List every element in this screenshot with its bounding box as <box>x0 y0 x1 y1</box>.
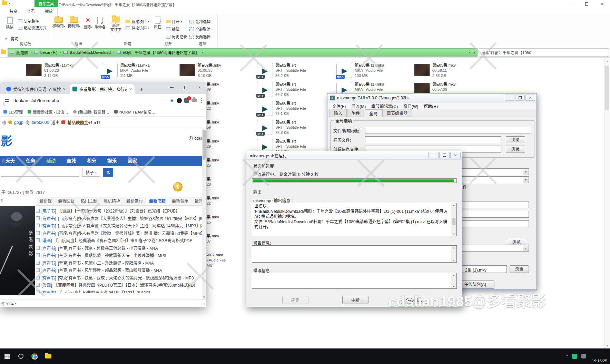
thread-row[interactable]: [有声书][百度/夸克]多人有声剧《大景巡夜人》主播：姣姣谷&顾辰 1512集完… <box>36 215 202 222</box>
menu-item[interactable]: 文件(F) <box>329 103 348 109</box>
file-item[interactable]: SRT第E04集.srtSRT - Subtitle File69.7 KB <box>257 82 331 101</box>
easy-access-button[interactable]: 轻松访问▾ <box>126 25 149 31</box>
thread-row[interactable]: [有声书][百度/夸克]多人有声剧《农女福妃名动天下》主播：阿琪达 1458集完… <box>36 222 202 229</box>
properties-button[interactable]: 属性 <box>150 17 165 29</box>
maximize-button[interactable] <box>579 0 594 8</box>
scrollbar[interactable]: ▲▼ <box>451 273 456 288</box>
scrollbar[interactable]: ▲▼ <box>451 246 456 262</box>
clock[interactable]: 19:15:25 <box>592 359 607 363</box>
thread-row[interactable]: [有声书][夸克]有声书 - 梵露 - 超级兵王俏总裁 - 小刀演播 - M4A <box>36 244 202 252</box>
tray-chevron-icon[interactable]: ^ <box>566 354 568 358</box>
breadcrumb-item[interactable]: 此电脑› <box>10 50 34 55</box>
breadcrumb-item[interactable]: BaiduNetdiskDownload› <box>63 50 117 55</box>
forum-tab[interactable]: 最新素材 <box>123 197 146 205</box>
thread-row[interactable]: [有声书][夸克]有声书 - 枫落忆痕 - 神武翼苍天决 - 小贱贱演播 - M… <box>36 252 202 259</box>
ribbon-tab[interactable]: 共享 <box>5 8 22 14</box>
mkvmerge-tab[interactable]: 附件 <box>347 109 364 117</box>
thread-tag[interactable]: [有声书] <box>41 252 56 258</box>
promo-image[interactable]: 多看聚影 <box>0 206 35 295</box>
start-button[interactable] <box>0 348 14 364</box>
extension-icon[interactable] <box>177 98 182 103</box>
maximize-button[interactable] <box>515 95 525 101</box>
select-none-button[interactable]: 全部取消 <box>189 26 210 32</box>
chevron-down-icon[interactable]: ▾ <box>15 302 16 305</box>
rename-button[interactable]: 重命名 <box>94 17 106 29</box>
taskbar-chrome[interactable] <box>28 348 41 364</box>
move-to-button[interactable]: → 移动到▾ <box>51 17 66 29</box>
file-item[interactable]: SRT第E02集.srtSRT - Subtitle File36.2 KB <box>257 63 331 82</box>
thread-title[interactable]: [百度/夸克]多人有声剧《农女福妃名动天下》主播：阿琪达 1458集完【MP3】… <box>58 223 202 228</box>
forum-nav-item[interactable]: 积分 <box>81 156 102 166</box>
breadcrumb-item[interactable]: 韩剧：千年之爱【1080高清韩语外挂字幕】› <box>117 50 205 55</box>
thread-tag[interactable]: [有声书] <box>41 215 56 221</box>
file-title-input[interactable] <box>365 127 531 134</box>
menu-item[interactable]: 章节编辑器(C) <box>368 103 401 109</box>
save-log-button[interactable]: 保存日志 <box>401 296 427 304</box>
mkvmerge-tab[interactable]: 章节编辑器 <box>382 109 412 117</box>
thread-row[interactable]: [有声书][夸克]有声书 - 扶离 - 我成了大佬心头的黑月光 - 纸浅墨深&柏… <box>36 274 202 282</box>
thread-row[interactable]: [电子书]【百度】【一句顶一万句（2022新版）】【刘震云】已完结【EPUB】 <box>36 207 202 215</box>
scroll-down-icon[interactable]: ▼ <box>606 344 609 347</box>
browse-button[interactable]: 浏览 <box>506 146 525 153</box>
file-item[interactable]: SRT第E06集.srtSRT - Subtitle File78.1 KB <box>257 101 331 120</box>
quick-access-toolbar[interactable]: ▾ <box>2 1 10 5</box>
forum-nav-item[interactable]: 回家 <box>122 156 142 166</box>
tab-close-icon[interactable]: × <box>63 87 66 92</box>
browser-tab-baidu[interactable]: 爱情的条件用英语_百度搜索 × <box>3 84 68 94</box>
copy-path-button[interactable]: 复制路径 <box>18 18 39 24</box>
close-button[interactable]: × <box>450 152 461 158</box>
browser-tab-duokan[interactable]: 多看聚影 - 独行快，众行远… × <box>70 84 135 94</box>
menu-dots-icon[interactable] <box>201 100 202 101</box>
close-button[interactable]: × <box>594 0 610 8</box>
thread-row[interactable]: [有声书][夸克]有声书 - 风里残叶 - 超品邪医 - 蓝山咖啡演播 - M4… <box>36 266 202 274</box>
edit-button[interactable]: 编辑 <box>166 26 179 32</box>
hscroll-right-icon[interactable]: › <box>204 302 205 306</box>
forum-tab[interactable]: 热门主题 <box>78 197 100 205</box>
warnings-textarea[interactable]: ▲▼ <box>252 245 457 263</box>
search-button[interactable] <box>14 348 28 364</box>
thread-title[interactable]: [百度/夸克]多人有声剧《大景巡夜人》主播：姣姣谷&顾辰 1512集完【MP3】… <box>58 215 202 221</box>
forum-nav-item[interactable]: 天天 <box>0 156 20 166</box>
bookmark-item[interactable]: 慢慢游社区 - 国语… <box>28 109 68 115</box>
forum-nav-item[interactable]: 娱乐 <box>102 156 122 166</box>
thread-tag[interactable]: [有声书] <box>41 275 56 281</box>
thread-tag[interactable]: [有声书] <box>41 230 56 236</box>
forum-tab[interactable]: 最新回复 <box>55 197 78 205</box>
delete-button[interactable]: × 删除▾ <box>81 16 95 30</box>
thread-tag[interactable]: [漫画] <box>41 282 52 288</box>
mkvmerge-tab[interactable]: 输入 <box>329 109 347 117</box>
address-bar[interactable]: 此电脑›Lexar (F:)›BaiduNetdiskDownload›韩剧：千… <box>8 48 478 57</box>
file-item[interactable]: SRT第E08集.srtSRT - Subtitle File72.8 KB <box>257 120 331 139</box>
context-tab-music-tools[interactable]: 音乐工具 <box>35 0 58 7</box>
new-tab-button[interactable]: + <box>137 85 146 94</box>
close-button[interactable]: × <box>193 82 206 92</box>
address-omnibox[interactable]: duokan.club/forum.php <box>13 98 167 103</box>
thread-title[interactable]: [夸克]有声书 - 风流小二 - 升迁魔记 - 摩羯演播 - M4A <box>58 260 154 266</box>
new-folder-button[interactable]: 新建文件夹 <box>108 17 124 32</box>
thread-tag[interactable]: [有声书] <box>41 223 56 228</box>
thread-title[interactable]: [百度/夸克]多人有声剧《微微一笑很倾城》著：顾漫 播：云鹤追 50集完【MP3… <box>58 230 202 236</box>
scrollbar-thumb[interactable] <box>452 218 455 225</box>
menu-item[interactable]: 混流(M) <box>348 103 368 109</box>
scroll-up-icon[interactable]: ▲ <box>606 60 609 63</box>
minimize-button[interactable] <box>563 0 579 8</box>
minimize-button[interactable] <box>165 82 179 92</box>
bookmark-item[interactable]: 115管理 <box>3 109 23 115</box>
tab-close-icon[interactable]: × <box>129 87 132 92</box>
thread-row[interactable]: [漫画]【百度网盘】经典漫画《PLUTO冥王》【日本】浦泽直树8卷完550mb格… <box>36 281 202 289</box>
maximize-button[interactable] <box>439 152 450 158</box>
paste-button[interactable]: 粘贴 <box>2 17 17 29</box>
output-textarea[interactable]: 出模块。'F:\BaiduNetdiskDownload\韩剧：千年之爱【108… <box>252 203 457 236</box>
site-info-button[interactable] <box>3 96 11 105</box>
gold-coin-button[interactable]: $ <box>173 182 183 191</box>
thread-tag[interactable]: [有声书] <box>41 267 56 273</box>
browse-button[interactable]: 浏览 <box>506 136 525 143</box>
menu-item[interactable]: 帮助(H) <box>421 103 441 109</box>
address-dropdown-icon[interactable]: ▾ <box>469 51 470 54</box>
extension-with-badge[interactable]: 1 <box>184 98 189 103</box>
stop-refresh-icon[interactable]: × <box>474 50 476 55</box>
user-link[interactable]: tarot2000 <box>32 120 49 125</box>
forum-nav-item[interactable]: 商城 <box>61 156 81 166</box>
thread-row[interactable]: [有声书][夸克]有声书 - 风流小二 - 升迁魔记 - 摩羯演播 - M4A <box>36 259 202 267</box>
breadcrumb-item[interactable]: Lexar (F:)› <box>34 50 63 55</box>
